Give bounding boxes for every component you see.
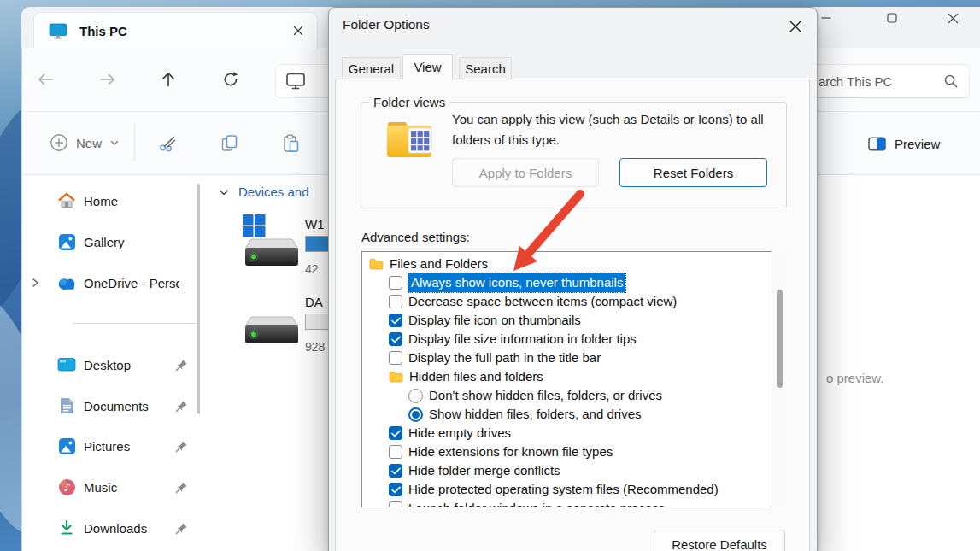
checkbox[interactable] [389,483,402,496]
setting-label: Hide extensions for known file types [408,443,613,461]
preview-toggle-button[interactable]: Preview [861,128,947,159]
drive-capacity-fill [306,237,331,251]
setting-label: Hide folder merge conflicts [408,461,560,480]
tab-close-icon[interactable] [291,24,305,38]
hard-drive-icon [244,237,300,268]
search-icon[interactable] [943,73,959,89]
checkbox[interactable] [389,332,402,346]
sidebar-item-home[interactable]: Home [26,184,198,218]
setting-row[interactable]: Hide folder merge conflicts [362,461,784,480]
checkbox[interactable] [389,295,402,308]
setting-row[interactable]: Always show icons, never thumbnails [362,273,784,292]
new-button-label: New [76,136,102,150]
checkbox[interactable] [389,426,402,440]
windows-logo-icon [243,214,266,237]
pictures-icon [56,437,77,455]
checkbox[interactable] [389,501,402,507]
dialog-tab-view[interactable]: View [402,54,453,79]
setting-row[interactable]: Decrease space between items (compact vi… [362,292,784,311]
setting-row[interactable]: Don't show hidden files, folders, or dri… [362,386,784,405]
tab-title: This PC [79,24,127,38]
sidebar-item-label: Gallery [84,235,125,249]
setting-label: Don't show hidden files, folders, or dri… [429,386,662,405]
paste-icon[interactable] [280,132,302,155]
up-icon[interactable] [158,69,179,90]
forward-icon[interactable] [97,69,118,90]
hard-drive-icon [244,315,300,346]
folder-icon [389,371,403,383]
checkbox[interactable] [389,351,402,365]
list-scrollbar-thumb[interactable] [777,290,783,388]
explorer-tab-this-pc[interactable]: This PC [33,12,318,49]
sidebar-item-desktop[interactable]: Desktop [26,348,198,382]
minimize-button[interactable] [817,10,836,26]
sidebar-item-gallery[interactable]: Gallery [26,225,198,259]
setting-row[interactable]: Show hidden files, folders, and drives [362,405,784,424]
setting-group-row[interactable]: Hidden files and folders [362,367,784,386]
sidebar-item-label: Pictures [84,439,130,454]
sidebar-item-music[interactable]: ♪Music [26,470,198,504]
setting-label: Display file icon on thumbnails [408,311,581,330]
setting-row[interactable]: Hide empty drives [362,424,784,443]
setting-row[interactable]: Display the full path in the title bar [362,349,784,367]
back-icon[interactable] [35,69,56,90]
drive-name: W1 [305,217,325,232]
dialog-close-icon[interactable] [783,15,807,38]
copy-icon[interactable] [219,132,241,155]
svg-text:♪: ♪ [63,481,70,494]
setting-label: Decrease space between items (compact vi… [408,292,677,311]
close-button[interactable] [943,10,962,26]
dialog-tab-label: General [349,62,394,76]
reset-folders-button[interactable]: Reset Folders [619,158,767,187]
refresh-icon[interactable] [220,69,241,90]
dialog-title: Folder Options [343,17,430,32]
pin-icon [175,481,188,494]
checkbox[interactable] [389,314,402,327]
checkbox[interactable] [389,464,402,478]
list-scrollbar[interactable] [772,251,786,507]
screen: This PC arch This PC New [0,0,980,551]
setting-row[interactable]: Display file size information in folder … [362,330,784,349]
cut-icon[interactable] [157,132,179,155]
folder-views-legend: Folder views [369,95,449,109]
drive-name: DA [305,295,323,309]
setting-row[interactable]: Launch folder windows in a separate proc… [362,499,784,507]
pin-icon [175,359,188,372]
checkbox[interactable] [389,445,402,459]
restore-defaults-button[interactable]: Restore Defaults [654,530,785,551]
setting-label: Hidden files and folders [409,367,543,386]
sidebar-item-label: Desktop [84,358,131,372]
dialog-tab-search[interactable]: Search [459,57,512,79]
preview-button-label: Preview [895,137,940,151]
radio-button[interactable] [408,407,423,422]
setting-label: Always show icons, never thumbnails [408,273,625,292]
dialog-tab-label: View [414,60,441,74]
sidebar-item-onedrive[interactable]: OneDrive - Perso [26,266,198,300]
maximize-button[interactable] [883,10,901,26]
sidebar-item-pictures[interactable]: Pictures [26,429,198,463]
sidebar-item-downloads[interactable]: Downloads [26,511,198,545]
sidebar-item-label: OneDrive - Perso [84,276,179,290]
dialog-tab-general[interactable]: General [342,57,401,79]
sidebar-item-label: Downloads [84,521,147,536]
setting-row[interactable]: Hide protected operating system files (R… [362,480,784,499]
setting-label: Hide empty drives [408,424,511,443]
setting-row[interactable]: Hide extensions for known file types [362,443,784,461]
view-tab-page: Folder views You can apply th [335,79,810,551]
apply-to-folders-button[interactable]: Apply to Folders [452,158,599,187]
chevron-down-icon[interactable] [218,186,230,198]
devices-group-label: Devices and [238,185,309,199]
pin-icon [175,440,188,453]
sidebar-item-documents[interactable]: Documents [26,389,198,423]
new-button[interactable]: New [41,126,128,159]
chevron-right-icon[interactable] [29,277,41,289]
setting-label: Display file size information in folder … [408,330,637,349]
setting-group-row[interactable]: Files and Folders [362,255,784,273]
sidebar-scrollbar[interactable] [197,184,200,414]
devices-group-header[interactable]: Devices and [218,185,309,199]
split-pane-icon [868,137,886,151]
setting-row[interactable]: Display file icon on thumbnails [362,311,784,330]
search-input[interactable]: arch This PC [807,64,970,98]
radio-button[interactable] [408,389,423,403]
checkbox[interactable] [389,276,402,290]
